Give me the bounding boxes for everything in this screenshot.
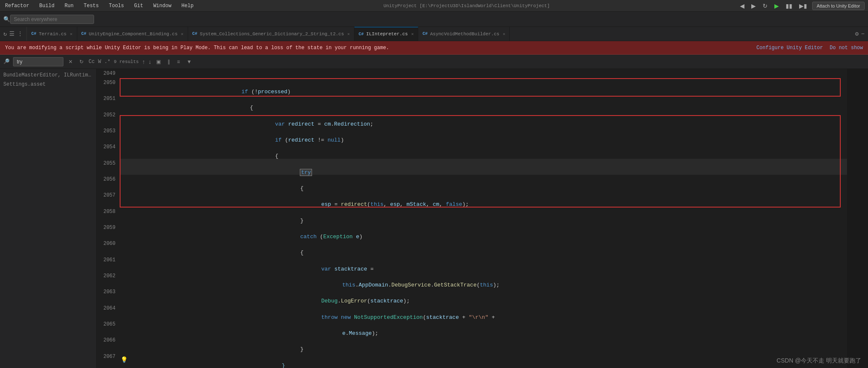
do-not-show-link[interactable]: Do not show (830, 45, 863, 51)
tab-generic-dict-label: System_Collections_Generic_Dictionary_2_… (200, 32, 344, 37)
line-content-2056: { (121, 175, 868, 191)
tab-interpreter[interactable]: C# ILIntepreter.cs ✕ (354, 27, 418, 41)
tab-nav-icon-2[interactable]: ☰ (9, 30, 15, 37)
find-prev-btn[interactable]: ↑ (142, 58, 145, 65)
tab-generic-dict[interactable]: C# System_Collections_Generic_Dictionary… (188, 27, 354, 41)
tab-unity-binding-label: UnityEngine_Component_Binding.cs (89, 32, 178, 37)
find-filter-btn[interactable]: ▼ (185, 58, 193, 66)
tab-unity-binding[interactable]: C# UnityEngine_Component_Binding.cs ✕ (77, 27, 188, 41)
line-content-2064: throw new NotSupportedException(stacktra… (121, 304, 868, 320)
find-options-btn-2[interactable]: ∥ (166, 58, 172, 66)
line-num-2058: 2058 (97, 207, 120, 223)
code-line-2056: 2056 { (97, 175, 868, 191)
menu-item-run[interactable]: Run (63, 2, 76, 10)
sidebar-item-settings[interactable]: Settings.asset (3, 80, 93, 89)
find-regex-label: .* (105, 59, 110, 65)
play-btn[interactable]: ▶ (773, 2, 781, 10)
tab-interpreter-label: ILIntepreter.cs (366, 32, 408, 37)
tab-interpreter-close[interactable]: ✕ (411, 32, 414, 37)
line-num-2055: 2055 (97, 159, 120, 175)
code-line-2061: 2061 var stacktrace = (97, 255, 868, 271)
menu-item-help[interactable]: Help (180, 2, 195, 10)
code-line-2065: 2065 e.Message); (97, 320, 868, 336)
tab-async-void-label: AsyncVoidMethodBuilder.cs (430, 32, 499, 37)
warning-actions: Configure Unity Editor Do not show (756, 45, 863, 51)
find-options-btn-1[interactable]: ▣ (155, 58, 163, 66)
pause-btn[interactable]: ▮▮ (784, 2, 794, 10)
toolbar-right: ◀ ▶ ↻ ▶ ▮▮ ▶▮ Attach to Unity Editor (738, 2, 865, 10)
code-lines: 2049 2050 if (!processed) 2051 { (97, 69, 868, 368)
configure-unity-link[interactable]: Configure Unity Editor (756, 45, 823, 51)
line-num-2057: 2057 (97, 191, 120, 207)
line-num-2049: 2049 (97, 69, 120, 78)
code-line-2050: 2050 if (!processed) (97, 78, 868, 94)
tabs-bar: ↻ ☰ ⋮ C# Terrain.cs ✕ C# UnityEngine_Com… (0, 27, 868, 41)
tab-nav-icon-1[interactable]: ↻ (3, 30, 7, 37)
menu-item-git[interactable]: Git (132, 2, 145, 10)
menu-item-build[interactable]: Build (38, 2, 56, 10)
tab-nav-icon-3[interactable]: ⋮ (17, 30, 23, 37)
step-btn[interactable]: ▶▮ (797, 2, 809, 10)
project-path: UnityProject [E:\ProjectU3D\IslandWorld\… (202, 3, 732, 8)
menu-item-refactor[interactable]: Refactor (3, 2, 31, 10)
line-num-2051: 2051 (97, 94, 120, 110)
line-content-2049 (121, 69, 868, 78)
bulb-indicator[interactable]: 💡 (120, 352, 128, 368)
tab-terrain-close[interactable]: ✕ (70, 32, 72, 37)
code-editor[interactable]: 2049 2050 if (!processed) 2051 { (97, 69, 868, 368)
tab-generic-dict-close[interactable]: ✕ (347, 32, 350, 37)
find-refresh-btn[interactable]: ↻ (78, 58, 85, 66)
tab-async-void-close[interactable]: ✕ (503, 32, 505, 37)
tab-unity-binding-close[interactable]: ✕ (181, 32, 184, 37)
find-input[interactable] (13, 57, 63, 66)
editor-area: BundleMasterEditor, ILRuntime, ... Setti… (0, 69, 868, 368)
code-line-2057: 2057 esp = redirect(this, esp, mStack, c… (97, 191, 868, 207)
minimap[interactable] (847, 69, 868, 368)
back-btn[interactable]: ◀ (738, 2, 746, 10)
line-num-2053: 2053 (97, 126, 120, 142)
code-line-2062: 2062 this.AppDomain.DebugService.GetStac… (97, 271, 868, 287)
settings-icon[interactable]: ⚙ (855, 30, 858, 37)
line-content-2066: } (121, 336, 868, 352)
tab-async-void[interactable]: C# AsyncVoidMethodBuilder.cs ✕ (418, 27, 510, 41)
find-options-btn-3[interactable]: ≡ (175, 58, 181, 66)
refresh-btn[interactable]: ↻ (761, 2, 769, 10)
line-content-2053: if (redirect != null) (121, 126, 868, 142)
code-line-2055: 2055 try (97, 159, 868, 175)
line-content-2058: } (121, 207, 868, 223)
tab-settings-area: ⚙ − (852, 27, 868, 41)
search-everywhere-input[interactable] (10, 15, 94, 24)
line-content-2059: catch (Exception e) (121, 223, 868, 239)
line-content-2051: { (121, 94, 868, 110)
find-clear-btn[interactable]: ✕ (67, 58, 74, 66)
line-num-2060: 2060 (97, 239, 120, 255)
find-w-label: W (98, 59, 101, 65)
tab-left-icons: ↻ ☰ ⋮ (0, 27, 27, 41)
line-num-2065: 2065 (97, 320, 120, 336)
line-num-2050: 2050 (97, 78, 120, 94)
search-icon: 🔍 (3, 16, 10, 23)
line-content-2063: Debug.LogError(stacktrace); (121, 287, 868, 303)
attach-unity-button[interactable]: Attach to Unity Editor (812, 2, 865, 10)
code-line-2067: 2067 💡 } (97, 352, 868, 368)
line-num-2054: 2054 (97, 142, 120, 158)
bulb-icon[interactable]: 💡 (121, 355, 128, 365)
forward-btn[interactable]: ▶ (750, 2, 758, 10)
find-results: 9 results (114, 59, 139, 64)
menu-bar: Refactor Build Run Tests Tools Git Windo… (0, 0, 868, 12)
code-line-2054: 2054 { (97, 142, 868, 158)
sidebar-item-bundle[interactable]: BundleMasterEditor, ILRuntime, ... (3, 71, 93, 80)
line-content-2050: if (!processed) (121, 78, 868, 94)
tab-terrain[interactable]: C# Terrain.cs ✕ (27, 27, 77, 41)
line-num-2052: 2052 (97, 110, 120, 126)
code-line-2060: 2060 { (97, 239, 868, 255)
menu-item-tests[interactable]: Tests (82, 2, 100, 10)
close-panel-icon[interactable]: − (861, 31, 865, 37)
menu-item-window[interactable]: Window (152, 2, 173, 10)
menu-item-tools[interactable]: Tools (107, 2, 126, 10)
warning-message: You are modifying a script while Unity E… (5, 45, 389, 51)
line-num-2062: 2062 (97, 271, 120, 287)
code-line-2066: 2066 } (97, 336, 868, 352)
find-next-btn[interactable]: ↓ (148, 58, 151, 65)
code-line-2049: 2049 (97, 69, 868, 78)
